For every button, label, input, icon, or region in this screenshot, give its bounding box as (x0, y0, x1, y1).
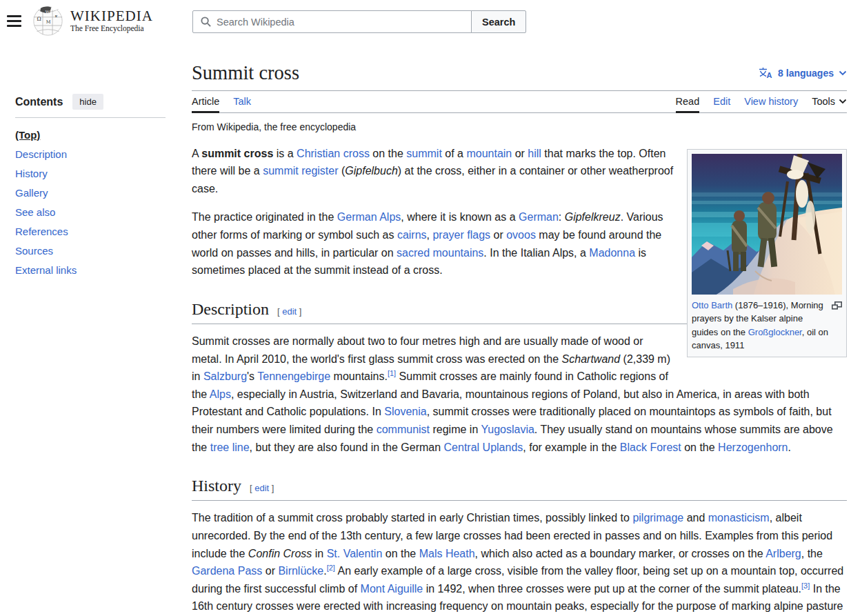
wiki-link[interactable]: Salzburg (203, 370, 247, 382)
toc-item-references[interactable]: References (15, 222, 166, 241)
wiki-link[interactable]: summit register (263, 165, 338, 177)
wiki-link[interactable]: Mals Heath (419, 548, 475, 559)
toc-item-sources[interactable]: Sources (15, 241, 166, 261)
tab-talk[interactable]: Talk (233, 91, 251, 112)
tabs-right: Read Edit View history Tools (676, 91, 847, 112)
wiki-link[interactable]: Tennengebirge (257, 370, 330, 382)
wikipedia-logo[interactable]: Ω W M ʁ WIKIPEDIA The Free Encyclopedia (32, 4, 153, 37)
wiki-link[interactable]: Madonna (589, 247, 635, 259)
wiki-link[interactable]: German Alps (337, 211, 401, 223)
search-input[interactable] (217, 17, 471, 28)
search-bar: Search (192, 10, 526, 33)
toc-item-description[interactable]: Description (15, 145, 166, 164)
wiki-link[interactable]: Großglockner (748, 327, 802, 337)
wiki-link[interactable]: Yugoslavia (481, 424, 534, 435)
reference-link[interactable]: [3] (801, 581, 810, 589)
languages-label: 8 languages (778, 68, 834, 79)
wiki-link[interactable]: Black Forest (620, 441, 681, 453)
wiki-link[interactable]: pilgrimage (632, 512, 683, 524)
wiki-link[interactable]: summit (406, 148, 442, 159)
wiki-link[interactable]: Mont Aiguille (361, 583, 423, 595)
chevron-down-icon (839, 99, 847, 104)
edit-section: [ edit ] (250, 483, 274, 493)
edit-link[interactable]: edit (254, 483, 269, 493)
wiki-link[interactable]: German (519, 211, 559, 223)
svg-text:A: A (767, 71, 772, 79)
wiki-link[interactable]: Gardena Pass (192, 565, 262, 577)
wiki-link[interactable]: St. Valentin (327, 548, 383, 559)
wiki-link[interactable]: sacred mountains (397, 247, 483, 259)
search-input-wrap (192, 10, 472, 33)
wiki-link[interactable]: Herzogenhorn (718, 441, 788, 453)
wiki-link[interactable]: tree line (210, 441, 250, 453)
tab-view-history[interactable]: View history (744, 91, 798, 112)
infobox-thumbnail: Otto Barth (1876–1916), Morning prayers … (687, 149, 847, 357)
wiki-link[interactable]: Alps (210, 388, 231, 400)
wiki-link[interactable]: monasticism (708, 512, 770, 524)
wiki-link[interactable]: cairns (397, 229, 427, 241)
site-header: Ω W M ʁ WIKIPEDIA The Free Encyclopedia … (0, 0, 851, 44)
toc-list: (Top) Description History Gallery See al… (15, 126, 166, 280)
search-button[interactable]: Search (471, 10, 526, 33)
toc-item-see-also[interactable]: See also (15, 203, 166, 222)
languages-button[interactable]: A 8 languages (759, 67, 847, 79)
wiki-link[interactable]: mountain (466, 148, 512, 159)
main-menu-icon[interactable] (7, 15, 21, 27)
page-title: Summit cross (192, 61, 299, 86)
toc-header: Contents hide (15, 94, 166, 118)
wiki-link[interactable]: hill (528, 148, 541, 159)
toc-item-top[interactable]: (Top) (15, 126, 166, 145)
wiki-link[interactable]: Birnlücke (278, 565, 323, 577)
translate-icon: A (759, 67, 773, 79)
toc-item-history[interactable]: History (15, 164, 166, 183)
title-row: Summit cross A 8 languages (192, 61, 847, 91)
search-icon (201, 17, 211, 27)
article-subtitle: From Wikipedia, the free encyclopedia (192, 121, 847, 132)
svg-text:M: M (46, 19, 51, 25)
wiki-link[interactable]: prayer flags (432, 229, 490, 241)
summit-cross-painting[interactable] (692, 154, 842, 295)
wiki-link[interactable]: communist (377, 424, 430, 435)
tabs-left: Article Talk (192, 91, 251, 112)
toc-item-external-links[interactable]: External links (15, 261, 166, 280)
wiki-link[interactable]: Christian cross (297, 148, 370, 159)
wiki-link[interactable]: Otto Barth (692, 300, 732, 310)
caption-text: Otto Barth (1876–1916), Morning prayers … (692, 300, 828, 351)
article-body: Otto Barth (1876–1916), Morning prayers … (192, 145, 847, 615)
section-heading-history: History[ edit ] (192, 475, 847, 501)
svg-text:W: W (46, 10, 50, 15)
reference-link[interactable]: [2] (327, 564, 335, 572)
logo-text: WIKIPEDIA The Free Encyclopedia (70, 8, 153, 32)
tab-article[interactable]: Article (192, 91, 219, 112)
thumbnail-caption: Otto Barth (1876–1916), Morning prayers … (692, 299, 842, 352)
reference-link[interactable]: [1] (388, 369, 396, 377)
wiki-link[interactable]: Arlberg (765, 548, 801, 559)
tab-edit[interactable]: Edit (713, 91, 730, 112)
table-of-contents: Contents hide (Top) Description History … (15, 94, 166, 280)
wiki-link[interactable]: Slovenia (384, 406, 426, 417)
toc-hide-button[interactable]: hide (72, 94, 103, 110)
chevron-down-icon (839, 70, 847, 76)
logo-title: WIKIPEDIA (70, 8, 153, 24)
edit-section: [ edit ] (277, 306, 301, 317)
logo-tagline: The Free Encyclopedia (70, 24, 153, 32)
tab-tools[interactable]: Tools (812, 91, 847, 112)
wiki-link[interactable]: ovoos (506, 229, 536, 241)
toc-item-gallery[interactable]: Gallery (15, 183, 166, 203)
tab-read[interactable]: Read (676, 91, 700, 112)
wikipedia-globe-logo: Ω W M ʁ (32, 4, 64, 37)
toc-title: Contents (15, 96, 63, 108)
history-paragraph: The tradition of a summit cross probably… (192, 509, 847, 615)
article-content: Summit cross A 8 languages Article (192, 61, 847, 616)
svg-text:Ω: Ω (37, 16, 41, 22)
edit-link[interactable]: edit (282, 306, 297, 317)
magnify-expand-icon[interactable] (832, 300, 842, 314)
wiki-link[interactable]: Central Uplands (444, 441, 523, 453)
article-tab-bar: Article Talk Read Edit View history Tool… (192, 91, 847, 113)
